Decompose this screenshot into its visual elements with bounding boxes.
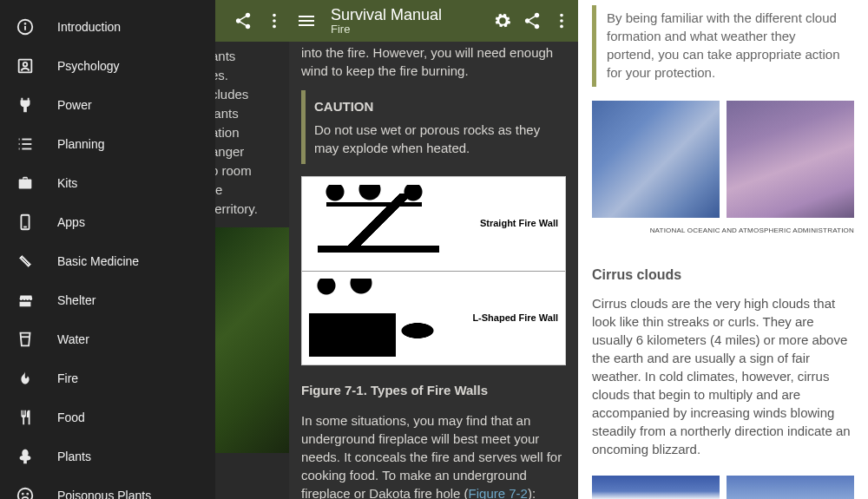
drawer-label: Kits bbox=[57, 176, 77, 190]
more-icon[interactable] bbox=[552, 11, 571, 30]
drawer-label: Psychology bbox=[57, 59, 120, 73]
fire-icon bbox=[16, 369, 35, 388]
food-icon bbox=[16, 408, 35, 427]
screenshot-fire-chapter: Survival Manual Fire into the fire. Howe… bbox=[289, 0, 578, 499]
figure-fire-walls: Straight Fire Wall L-Shaped Fire Wall bbox=[301, 176, 566, 365]
cloud-image bbox=[727, 476, 854, 499]
drawer-item-introduction[interactable]: Introduction bbox=[0, 7, 215, 46]
drawer-label: Basic Medicine bbox=[57, 254, 139, 268]
drawer-item-poisonous-plants[interactable]: Poisonous Plants bbox=[0, 476, 215, 499]
svg-point-25 bbox=[560, 25, 563, 29]
drawer-label: Apps bbox=[57, 215, 85, 229]
toolbar-titles: Survival Manual Fire bbox=[331, 6, 483, 36]
drawer-item-plants[interactable]: Plants bbox=[0, 437, 215, 476]
app-title: Survival Manual bbox=[331, 6, 483, 23]
svg-point-5 bbox=[25, 23, 26, 23]
svg-point-2 bbox=[273, 25, 276, 29]
figure-row: L-Shaped Fire Wall bbox=[302, 272, 565, 365]
share-icon[interactable] bbox=[233, 11, 253, 30]
quote-text: By being familiar with the different clo… bbox=[607, 10, 840, 80]
svg-rect-22 bbox=[299, 24, 314, 26]
drawer-label: Fire bbox=[57, 371, 78, 385]
cup-icon bbox=[16, 330, 35, 349]
figure-link[interactable]: Figure 7-2 bbox=[469, 486, 528, 499]
briefcase-icon bbox=[16, 174, 35, 193]
more-icon[interactable] bbox=[265, 11, 284, 30]
drawer-label: Introduction bbox=[57, 20, 121, 34]
drawer-item-planning[interactable]: Planning bbox=[0, 124, 215, 163]
drawer-label: Shelter bbox=[57, 293, 95, 307]
body-text: Cirrus clouds are the very high clouds t… bbox=[592, 294, 854, 458]
caution-block: CAUTION Do not use wet or porous rocks a… bbox=[301, 90, 566, 164]
drawer-label: Water bbox=[57, 332, 89, 346]
svg-point-24 bbox=[560, 19, 563, 23]
list-icon bbox=[16, 135, 35, 154]
toolbar-partial bbox=[211, 0, 289, 42]
drawer-item-food[interactable]: Food bbox=[0, 397, 215, 437]
svg-point-7 bbox=[23, 62, 28, 66]
article-content: into the fire. However, you will need en… bbox=[289, 42, 578, 499]
caution-title: CAUTION bbox=[314, 97, 557, 115]
bandage-icon bbox=[16, 252, 35, 271]
drawer-label: Plants bbox=[57, 450, 91, 463]
account-box-icon bbox=[16, 56, 35, 76]
sad-icon bbox=[16, 486, 35, 500]
image-row bbox=[592, 476, 854, 499]
svg-point-19 bbox=[27, 493, 28, 494]
figure-row: Straight Fire Wall bbox=[302, 177, 565, 272]
svg-point-1 bbox=[273, 19, 276, 23]
svg-rect-21 bbox=[299, 20, 314, 22]
svg-point-23 bbox=[560, 14, 563, 17]
store-icon bbox=[16, 291, 35, 310]
drawer-item-medicine[interactable]: Basic Medicine bbox=[0, 241, 215, 280]
sketch-straight-wall bbox=[309, 185, 448, 263]
navigation-drawer: Introduction Psychology Power Planning K… bbox=[0, 0, 215, 499]
section-heading: Cirrus clouds bbox=[592, 266, 854, 284]
drawer-item-apps[interactable]: Apps bbox=[0, 202, 215, 241]
image-credit: NATIONAL OCEANIC AND ATMOSPHERIC ADMINIS… bbox=[592, 221, 854, 240]
image-row bbox=[592, 101, 854, 218]
info-icon bbox=[16, 17, 35, 36]
svg-point-0 bbox=[273, 14, 276, 17]
figure-label: L-Shaped Fire Wall bbox=[463, 309, 558, 327]
plant-icon bbox=[16, 447, 35, 466]
quote-block: By being familiar with the different clo… bbox=[592, 5, 854, 87]
content-behind-drawer: ants es. cludes lants ation anger o room… bbox=[211, 0, 289, 499]
plug-icon bbox=[16, 95, 35, 115]
drawer-label: Food bbox=[57, 410, 85, 424]
drawer-label: Power bbox=[57, 98, 92, 112]
drawer-label: Poisonous Plants bbox=[57, 489, 151, 500]
caution-body: Do not use wet or porous rocks as they m… bbox=[314, 121, 557, 157]
article-content: By being familiar with the different clo… bbox=[578, 0, 868, 499]
phone-icon bbox=[16, 213, 35, 232]
body-text: into the fire. However, you will need en… bbox=[301, 43, 566, 80]
drawer-item-power[interactable]: Power bbox=[0, 85, 215, 124]
share-icon[interactable] bbox=[523, 11, 542, 30]
sketch-l-shaped-wall bbox=[309, 279, 448, 357]
partial-text: ants es. cludes lants ation anger o room… bbox=[211, 42, 289, 219]
screenshot-drawer-open: ants es. cludes lants ation anger o room… bbox=[0, 0, 289, 499]
body-text: In some situations, you may find that an… bbox=[301, 411, 566, 499]
drawer-item-kits[interactable]: Kits bbox=[0, 163, 215, 202]
app-subtitle: Fire bbox=[331, 23, 483, 36]
svg-rect-20 bbox=[299, 16, 314, 17]
figure-caption: Figure 7-1. Types of Fire Walls bbox=[301, 381, 566, 399]
drawer-item-shelter[interactable]: Shelter bbox=[0, 280, 215, 319]
plant-image-partial bbox=[211, 227, 289, 453]
gear-icon[interactable] bbox=[493, 11, 512, 30]
drawer-item-water[interactable]: Water bbox=[0, 319, 215, 358]
cloud-image bbox=[592, 476, 720, 499]
app-toolbar: Survival Manual Fire bbox=[289, 0, 578, 42]
figure-label: Straight Fire Wall bbox=[463, 214, 558, 233]
screenshot-clouds-chapter: By being familiar with the different clo… bbox=[578, 0, 868, 499]
drawer-item-fire[interactable]: Fire bbox=[0, 358, 215, 397]
drawer-item-psychology[interactable]: Psychology bbox=[0, 46, 215, 85]
cloud-image bbox=[592, 101, 720, 218]
drawer-label: Planning bbox=[57, 137, 105, 151]
cloud-image bbox=[727, 101, 854, 218]
menu-icon[interactable] bbox=[296, 10, 317, 31]
svg-point-18 bbox=[23, 493, 23, 494]
